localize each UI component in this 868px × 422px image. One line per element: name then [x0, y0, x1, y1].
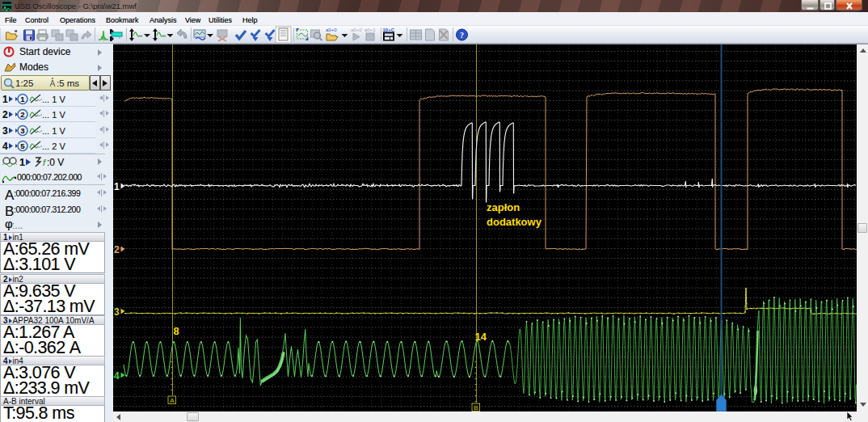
svg-text::5 ms: :5 ms: [57, 78, 79, 88]
svg-text:?: ?: [460, 31, 464, 40]
svg-text:f: f: [43, 158, 46, 167]
svg-text:1: 1: [114, 181, 120, 192]
svg-text:a0+0: a0+0: [351, 27, 362, 32]
svg-text:1: 1: [19, 157, 25, 168]
svg-text:a0+0: a0+0: [326, 27, 337, 32]
svg-text:4: 4: [114, 370, 120, 382]
svg-text:14: 14: [475, 331, 487, 343]
svg-text:A: A: [170, 397, 175, 404]
svg-text:dodatkowy: dodatkowy: [487, 216, 542, 228]
svg-text:B: B: [474, 404, 478, 411]
svg-text:8: 8: [174, 325, 179, 337]
svg-text:3: 3: [114, 306, 120, 318]
svg-text:1: 1: [20, 95, 25, 103]
svg-text::0 V: :0 V: [47, 157, 64, 168]
svg-text:5: 5: [20, 141, 25, 150]
svg-text:10+C: 10+C: [383, 27, 395, 32]
svg-text:3: 3: [20, 126, 24, 135]
svg-text:2: 2: [20, 110, 24, 119]
svg-text:zapłon: zapłon: [487, 201, 520, 213]
svg-text:a0+1: a0+1: [364, 27, 376, 32]
svg-text:1:25: 1:25: [15, 78, 33, 88]
svg-text:2: 2: [114, 244, 120, 255]
